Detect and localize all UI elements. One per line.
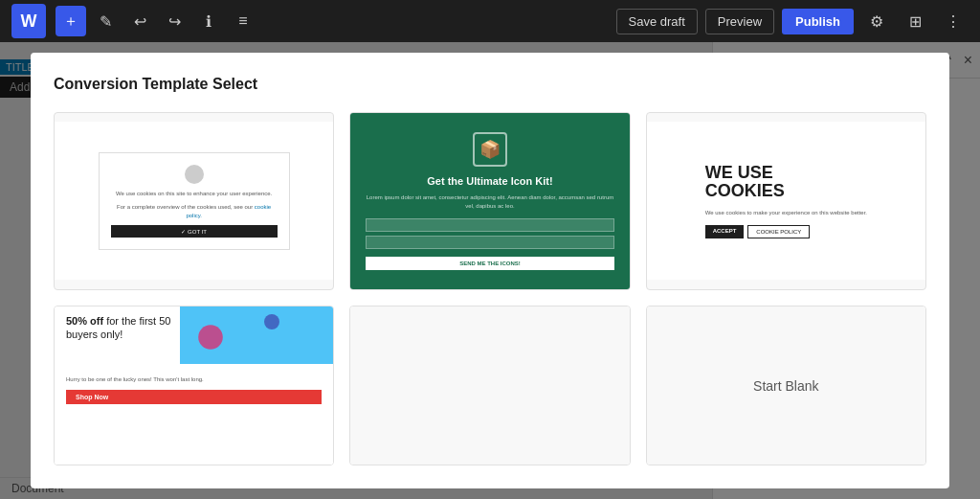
settings-button[interactable]: ⚙ (861, 6, 892, 36)
empty-template-preview (350, 306, 629, 465)
green-template-preview: 📦 Get the Ultimate Icon Kit! Lorem ipsum… (350, 113, 629, 289)
start-blank-label: Start Blank (753, 378, 818, 394)
wecookies-policy-btn: COOKIE POLICY (747, 225, 810, 238)
green-email-input (366, 236, 613, 249)
discount-title: 50% off for the first 50 buyers only! (66, 314, 191, 342)
template-icon-kit[interactable]: 📦 Get the Ultimate Icon Kit! Lorem ipsum… (349, 112, 630, 290)
save-draft-button[interactable]: Save draft (616, 9, 698, 34)
undo-button[interactable]: ↩ (124, 6, 155, 36)
discount-shop-btn: Shop Now (66, 390, 322, 404)
list-view-button[interactable]: ≡ (228, 6, 258, 36)
wecookies-accept-btn: ACCEPT (705, 225, 745, 238)
discount-template-preview: 50% off for the first 50 buyers only! Hu… (55, 306, 333, 465)
modal-title: Conversion Template Select (54, 76, 926, 93)
template-select-modal: Conversion Template Select We use cookie… (31, 53, 949, 488)
cookie-detail: For a complete overview of the cookies u… (111, 203, 278, 219)
blank-template-preview: Start Blank (647, 306, 925, 465)
green-box-icon: 📦 (473, 132, 507, 167)
template-we-use-cookies[interactable]: WE USECOOKIES We use cookies to make you… (646, 112, 926, 290)
cookie-got-it-btn: ✓ GOT IT (111, 225, 278, 238)
wecookies-title: WE USECOOKIES (705, 164, 867, 202)
more-button[interactable]: ⋮ (938, 6, 969, 36)
add-block-button[interactable]: ＋ (56, 6, 86, 36)
discount-bottom-content: Hurry to be one of the lucky ones! This … (55, 364, 333, 465)
cookie-template-preview: We use cookies on this site to enhance y… (55, 122, 333, 280)
green-title: Get the Ultimate Icon Kit! (427, 174, 552, 188)
discount-description: Hurry to be one of the lucky ones! This … (66, 375, 322, 383)
pencil-button[interactable]: ✎ (90, 6, 121, 36)
template-discount[interactable]: 50% off for the first 50 buyers only! Hu… (54, 306, 334, 465)
cookie-inner: We use cookies on this site to enhance y… (99, 152, 290, 250)
modal-overlay[interactable]: Conversion Template Select We use cookie… (0, 42, 980, 499)
green-submit-btn: SEND ME THE ICONS! (366, 257, 613, 270)
toolbar: W ＋ ✎ ↩ ↪ ℹ ≡ Save draft Preview Publish… (0, 0, 980, 42)
discount-top-content: 50% off for the first 50 buyers only! (66, 314, 191, 342)
cookie-text: We use cookies on this site to enhance y… (111, 190, 278, 197)
redo-button[interactable]: ↪ (159, 6, 189, 36)
wecookies-template-preview: WE USECOOKIES We use cookies to make you… (647, 122, 925, 280)
template-start-blank[interactable]: Start Blank (646, 306, 926, 465)
info-button[interactable]: ℹ (193, 6, 224, 36)
view-button[interactable]: ⊞ (900, 6, 930, 36)
publish-button[interactable]: Publish (782, 9, 854, 34)
green-name-input (366, 218, 613, 232)
wecookies-body: We use cookies to make your experience o… (705, 209, 867, 217)
cookie-icon (185, 165, 204, 184)
wecookies-buttons: ACCEPT COOKIE POLICY (705, 225, 867, 238)
wecookies-inner: WE USECOOKIES We use cookies to make you… (705, 164, 867, 239)
template-empty[interactable] (349, 306, 630, 465)
toolbar-left: W ＋ ✎ ↩ ↪ ℹ ≡ (11, 4, 258, 38)
templates-grid: We use cookies on this site to enhance y… (54, 112, 926, 465)
toolbar-right: Save draft Preview Publish ⚙ ⊞ ⋮ (616, 6, 969, 36)
wp-logo[interactable]: W (11, 4, 46, 38)
template-cookie-consent[interactable]: We use cookies on this site to enhance y… (54, 112, 334, 290)
preview-button[interactable]: Preview (705, 9, 774, 34)
green-body: Lorem ipsum dolor sit amet, consectetur … (366, 193, 613, 211)
